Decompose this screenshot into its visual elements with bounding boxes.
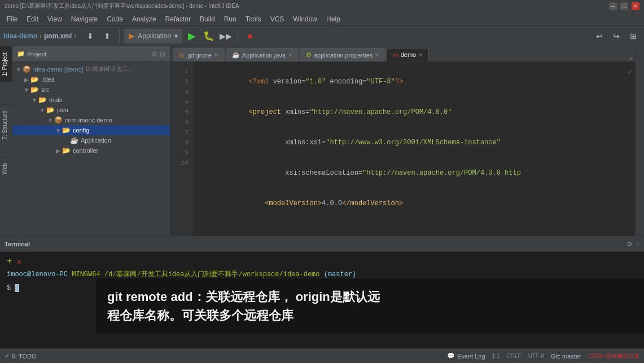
tree-item-package[interactable]: ▼ 📦 com.imooc.demo [12,115,170,125]
menu-item-navigate[interactable]: Navigate [67,14,102,24]
tab-close-btn[interactable]: ✕ [288,52,292,58]
breadcrumb-file[interactable]: pom.xml [44,32,72,40]
terminal-branch: (master) [324,271,357,278]
terminal-header: Terminal ⚙ ↑ [0,236,644,252]
status-git[interactable]: Git: master [551,353,581,360]
tab-demo-pom[interactable]: m demo ✕ [387,48,429,61]
tree-item-controller[interactable]: ▶ 📂 controller [12,145,170,156]
git-push-btn[interactable]: ⬆ [100,29,115,43]
run-button[interactable]: ▶ [185,29,199,43]
prop-icon: ⚙ [306,51,312,59]
menu-item-file[interactable]: File [2,14,22,24]
sidebar-item-structure[interactable]: 7: Structure [0,104,12,145]
java-file-icon: ☕ [70,136,78,144]
terminal-add-btn[interactable]: + [7,256,12,267]
redo-button[interactable]: ↪ [609,29,624,43]
breadcrumb-sep1: › [40,32,42,40]
tree-item-config[interactable]: ▼ 📂 config [12,125,170,135]
menu-item-tools[interactable]: Tools [241,14,266,24]
undo-button[interactable]: ↩ [592,29,607,43]
folder-icon: 📂 [62,147,71,154]
terminal-settings-icon[interactable]: ⚙ [627,240,633,248]
panel-gear-icon[interactable]: ⚙ [151,50,157,58]
folder-icon: 📂 [38,96,47,104]
sidebar-item-web[interactable]: Web [0,157,12,180]
status-csdn: CSDN @独阙陈白鹿 [588,352,639,360]
stop-button[interactable]: ■ [243,29,257,43]
chevron-icon: ▶ [54,148,62,154]
run-config-selector[interactable]: ▶ Application ▾ [124,29,182,43]
code-line: xsi:schemaLocation="http://maven.apache.… [200,158,628,188]
todo-icon: ✓ [5,352,10,360]
package-icon: 📦 [54,116,63,124]
terminal-path: /d/慕课网/开发工具idea从入门到爱不释手/workspace/idea-d… [104,271,320,278]
run-with-coverage-btn[interactable]: ▶▶ [218,29,233,43]
tree-item-main[interactable]: ▼ 📂 main [12,95,170,105]
tree-root[interactable]: ▼ 📦 idea-demo [demo] D:\慕课网\开发工... [12,64,170,74]
code-line: <project xmlns="http://maven.apache.org/… [200,97,628,127]
structure-btn[interactable]: ⊞ [626,29,641,43]
terminal-expand-icon[interactable]: ↑ [636,240,639,248]
tab-close-btn[interactable]: ✕ [375,52,379,58]
tab-label: Application.java [242,52,286,59]
tree-item-idea[interactable]: ▶ 📂 .idea [12,74,170,85]
window-controls: ─ □ ✕ [609,2,639,10]
chevron-icon: ▼ [54,127,62,134]
tab-application-properties[interactable]: ⚙ application.properties ✕ [300,48,386,61]
minimize-button[interactable]: ─ [609,2,617,10]
menu-item-vcs[interactable]: VCS [266,14,289,24]
tree-label: controller [73,147,98,154]
toolbar-separator-2 [238,29,238,43]
java-icon: ☕ [232,51,240,59]
breadcrumb-project[interactable]: idea-demo [3,32,37,40]
panel-collapse-icon[interactable]: ⊟ [160,50,165,58]
terminal-cursor[interactable] [15,284,19,292]
sidebar-item-project[interactable]: 1: Project [0,46,12,82]
tab-close-btn[interactable]: ✕ [418,52,423,58]
menu-item-analyze[interactable]: Analyze [128,14,161,24]
run-config-dropdown-icon: ▾ [174,32,178,40]
tab-label: application.properties [314,52,373,59]
tab-gitignore[interactable]: G .gitignore ✕ [173,48,225,61]
terminal-close-btn[interactable]: ✕ [17,257,21,267]
tree-item-java[interactable]: ▼ 📂 java [12,105,170,115]
title-text: demo [D:\慕课网\开发工具idea从入门到爱不释手\workspace\… [5,2,239,10]
tree-label: com.imooc.demo [65,117,112,123]
menu-item-refactor[interactable]: Refactor [161,14,195,24]
git-pull-btn[interactable]: ⬇ [83,29,98,43]
overlay-line1: git remote add：关联远程仓库， origin是默认远 [107,287,633,306]
tree-item-application[interactable]: ▶ ☕ Application [12,135,170,145]
status-bar-left: ✓ 6: TODO [5,352,37,360]
breadcrumb: idea-demo › pom.xml › [3,32,76,40]
toolbar-separator [119,29,120,43]
menu-item-build[interactable]: Build [195,14,220,24]
editor-checkmark: ✓ [628,67,633,76]
status-event-log[interactable]: 💬 Event Log [447,352,485,360]
close-button[interactable]: ✕ [632,2,639,10]
menu-item-window[interactable]: Window [288,14,322,24]
chevron-icon: ▼ [46,117,54,123]
menu-bar: FileEditViewNavigateCodeAnalyzeRefactorB… [0,12,644,26]
folder-icon: 📂 [62,126,71,134]
status-todo[interactable]: ✓ 6: TODO [5,352,37,360]
menu-item-code[interactable]: Code [102,14,128,24]
debug-button[interactable]: 🐛 [201,29,216,43]
project-icon: 📁 [17,50,25,57]
menu-item-run[interactable]: Run [220,14,241,24]
tab-more-btn[interactable]: » [629,55,633,61]
status-crlf[interactable]: CRLF [506,353,521,359]
menu-item-view[interactable]: View [43,14,67,24]
menu-item-help[interactable]: Help [322,14,345,24]
maximize-button[interactable]: □ [620,2,628,10]
terminal-dollar: $ [7,284,15,292]
folder-icon: 📂 [30,86,39,94]
tab-close-btn[interactable]: ✕ [214,52,218,58]
project-panel-title: Project [27,51,46,57]
chevron-icon: ▼ [23,87,30,93]
menu-item-edit[interactable]: Edit [22,14,43,24]
tree-item-src[interactable]: ▼ 📂 src [12,85,170,95]
terminal-tools: ⚙ ↑ [627,240,639,248]
tab-application-java[interactable]: ☕ Application.java ✕ [226,48,299,61]
status-encoding[interactable]: UTF-8 [528,353,544,359]
tree-label: main [49,96,63,103]
